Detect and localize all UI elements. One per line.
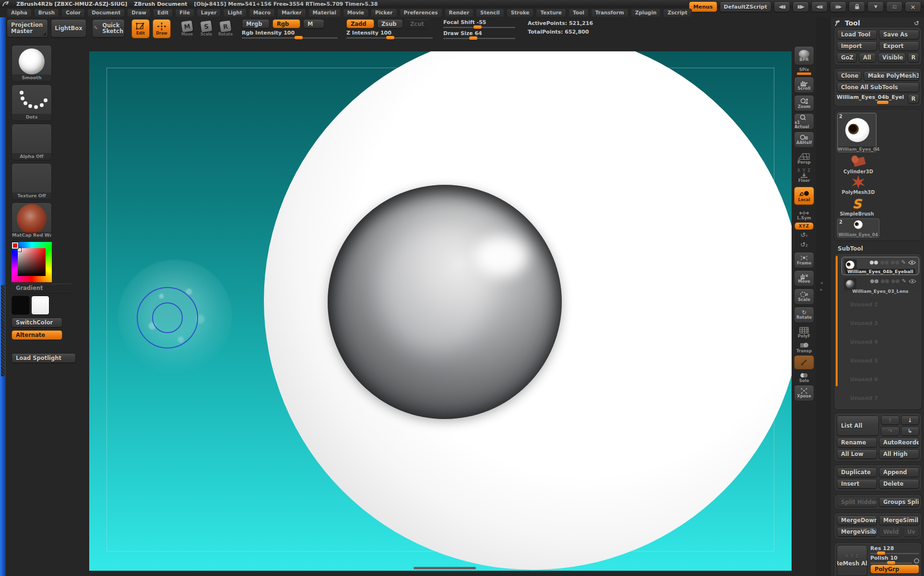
menu-document[interactable]: Document [87,9,125,17]
draw-size-track[interactable] [443,38,515,39]
zoom-button[interactable]: Zoom [794,95,814,111]
previous-window-icon[interactable]: ◀▣ [811,1,828,12]
rgb-button[interactable]: Rgb [272,19,300,28]
groups-split-button[interactable]: Groups Split [879,497,919,507]
gradient-button[interactable]: Gradient [12,283,73,293]
quick-sketch-button[interactable]: ✎ QuickSketch [92,19,125,37]
subtool-row-unused[interactable]: Unused 5 [836,351,920,370]
merge-down-button[interactable]: MergeDown [837,516,877,525]
menu-edit[interactable]: Edit [153,9,173,17]
menu-stencil[interactable]: Stencil [476,9,504,17]
polymesh3d-label[interactable]: PolyMesh3D [841,190,875,195]
displacement-toggle[interactable] [891,261,899,264]
restore-configuration-icon[interactable]: ↺ [914,20,919,27]
append-button[interactable]: Append [879,468,919,477]
menu-color[interactable]: Color [61,9,85,17]
duplicate-button[interactable]: Duplicate [837,468,877,477]
projection-master-button[interactable]: Projection Master [7,19,48,37]
polygrp-button[interactable]: PolyGrp [870,564,919,574]
list-all-button[interactable]: List All [837,416,879,436]
z-intensity-knob[interactable] [386,36,394,39]
res-knob[interactable] [877,552,885,555]
simplebrush-thumbnail[interactable]: S SimpleBrush [837,197,877,216]
polish-mode-toggle-icon[interactable] [914,558,919,564]
uv-button[interactable]: Uv [903,527,919,537]
edit-mode-button[interactable]: Edit [131,19,150,38]
gutter-collapse-left-icon[interactable]: ◂ [820,280,823,285]
move-up-button[interactable]: ↑ [881,416,900,425]
uv-toggle[interactable] [880,261,888,264]
polypaint-toggle[interactable] [870,261,878,264]
sv-square[interactable] [18,248,46,276]
menu-macro[interactable]: Macro [249,9,275,17]
subtool-row-lens[interactable]: ✎ William_Eyes_03_Lens [841,276,919,294]
subtool-row-unused[interactable]: Unused 7 [836,389,920,408]
gutter-collapse-right-icon[interactable]: ▸ [820,287,823,292]
current-tool-thumbnail[interactable]: 2 William_Eyes_04 [837,113,877,152]
polymesh3d-star-icon[interactable] [850,175,866,189]
tool-palette-header[interactable]: Tool ↺ [834,19,922,27]
make-polymesh3d-button[interactable]: Make PolyMesh3D [864,71,919,81]
rgb-intensity-knob[interactable] [295,36,303,39]
autoreorder-button[interactable]: AutoReorder [879,438,919,447]
menu-light[interactable]: Light [223,9,246,17]
previous-tool-thumbnail[interactable]: 2 William_Eyes_04 [837,218,879,238]
polish-knob[interactable] [887,561,895,564]
document-canvas[interactable] [89,51,792,571]
rename-button[interactable]: Rename [837,438,877,447]
transp-button[interactable]: Transp [794,342,814,353]
draw-size-knob[interactable] [469,36,477,40]
cylinder3d-icon[interactable] [849,154,868,168]
stroke-thumbnail[interactable]: Dots [12,84,52,121]
scale-mode-button[interactable]: S Scale [197,19,216,36]
move-up-subdiv-button[interactable]: ↷ [881,427,900,436]
lsym-button[interactable]: L.Sym [794,211,814,220]
menu-movie[interactable]: Movie [343,9,368,17]
polyf-button[interactable]: PolyF [794,327,814,338]
rotate-3d-button[interactable]: ↻ Rotate [794,307,814,323]
move-down-subdiv-button[interactable]: ↳ [901,427,920,436]
restore-icon[interactable]: ◱ [886,1,902,12]
rotate-y-icon[interactable]: ↺Y [794,232,814,240]
subtool-row-eyeball[interactable]: ✎ William_Eyes_04b_Eyeball [841,257,919,275]
main-color-swatch[interactable] [12,296,30,315]
load-spotlight-button[interactable]: Load Spotlight [12,353,76,363]
switch-color-button[interactable]: SwitchColor [12,318,62,327]
delete-button[interactable]: Delete [879,479,919,489]
eye-visibility-icon[interactable] [908,260,916,265]
aahalf-button[interactable]: AAHalf [794,132,814,148]
persp-button[interactable]: Persp [794,153,814,165]
spix-slider[interactable]: SPix [794,67,814,75]
mrgb-button[interactable]: Mrgb [242,19,270,28]
bpr-button[interactable]: BPR [794,46,814,65]
local-button[interactable]: Local [794,187,814,205]
active-tool-name[interactable]: William_Eyes_04b_Eyel [837,94,906,104]
subtool-row-unused[interactable]: Unused 2 [836,295,920,314]
move-down-button[interactable]: ↓ [901,416,920,425]
menu-draw[interactable]: Draw [127,9,151,17]
menu-preferences[interactable]: Preferences [400,9,442,17]
load-tool-button[interactable]: Load Tool [837,30,877,39]
xpose-button[interactable]: Xpose [794,385,814,401]
menu-picker[interactable]: Picker [371,9,397,17]
m-button[interactable]: M [303,19,324,28]
scroll-palettes-left-icon[interactable]: ◀▮▮ [774,1,790,12]
goz-button[interactable]: GoZ [837,53,857,62]
menu-material[interactable]: Material [308,9,341,17]
menu-texture[interactable]: Texture [536,9,566,17]
menu-stroke[interactable]: Stroke [507,9,534,17]
weld-button[interactable]: Weld [879,527,901,537]
sidebar-divider-handle[interactable] [1,285,5,376]
move-mode-button[interactable]: M Move [178,19,197,36]
focal-shift-knob[interactable] [474,25,482,29]
active-tool-r-button[interactable]: R [908,94,919,104]
goz-r-button[interactable]: R [908,53,919,62]
subtool-section-header[interactable]: SubTool [834,244,922,253]
paintbrush-icon[interactable]: ✎ [901,259,906,265]
move-3d-button[interactable]: Move [794,270,814,287]
scale-3d-button[interactable]: Scale [794,288,814,305]
brush-thumbnail[interactable]: Smooth [12,45,52,82]
subtool-row-unused[interactable]: Unused 6 [836,370,920,389]
remesh-all-button[interactable]: X Y Z ReMesh All [837,545,867,576]
rotate-z-icon[interactable]: ↺Z [794,241,814,249]
